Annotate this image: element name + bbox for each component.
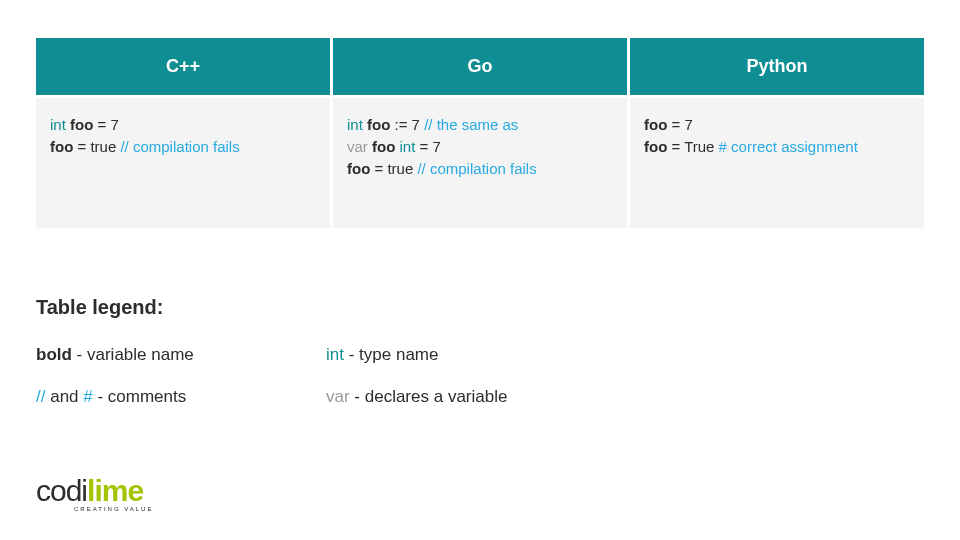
- code-line: foo = True # correct assignment: [644, 136, 910, 158]
- code-line: int foo := 7 // the same as: [347, 114, 613, 136]
- code-token: = 7: [667, 116, 692, 133]
- code-token: - type name: [344, 345, 439, 364]
- code-token: and: [45, 387, 83, 406]
- code-token: // compilation fails: [120, 138, 239, 155]
- code-token: int: [400, 138, 416, 155]
- legend-item: var - declares a variable: [326, 387, 656, 407]
- code-line: foo = true // compilation fails: [50, 136, 316, 158]
- table-column: Pythonfoo = 7foo = True # correct assign…: [630, 38, 924, 228]
- code-token: foo: [347, 160, 370, 177]
- code-token: - declares a variable: [350, 387, 508, 406]
- legend-grid: bold - variable nameint - type name// an…: [36, 345, 736, 407]
- logo-part1: codi: [36, 474, 87, 507]
- column-header: Go: [333, 38, 627, 95]
- code-token: foo: [367, 116, 390, 133]
- column-header: C++: [36, 38, 330, 95]
- code-token: // the same as: [424, 116, 518, 133]
- code-token: bold: [36, 345, 72, 364]
- logo-part2: lime: [87, 474, 143, 507]
- code-line: var foo int = 7: [347, 136, 613, 158]
- legend-item: // and # - comments: [36, 387, 326, 407]
- table-legend: Table legend: bold - variable nameint - …: [36, 296, 736, 407]
- code-token: - comments: [93, 387, 187, 406]
- code-token: = 7: [415, 138, 440, 155]
- code-line: int foo = 7: [50, 114, 316, 136]
- table-column: C++int foo = 7foo = true // compilation …: [36, 38, 330, 228]
- code-token: var: [347, 138, 372, 155]
- code-token: # correct assignment: [719, 138, 858, 155]
- code-token: = True: [667, 138, 718, 155]
- code-cell: int foo := 7 // the same asvar foo int =…: [333, 98, 627, 228]
- code-token: // compilation fails: [417, 160, 536, 177]
- code-token: int: [326, 345, 344, 364]
- logo-tagline: CREATING VALUE: [74, 506, 153, 512]
- code-token: = 7: [93, 116, 118, 133]
- code-token: - variable name: [72, 345, 194, 364]
- code-line: foo = true // compilation fails: [347, 158, 613, 180]
- code-token: int: [347, 116, 367, 133]
- code-token: var: [326, 387, 350, 406]
- legend-item: int - type name: [326, 345, 656, 365]
- code-token: foo: [372, 138, 395, 155]
- code-token: := 7: [390, 116, 424, 133]
- table-column: Goint foo := 7 // the same asvar foo int…: [333, 38, 627, 228]
- column-header: Python: [630, 38, 924, 95]
- code-cell: foo = 7foo = True # correct assignment: [630, 98, 924, 228]
- code-cell: int foo = 7foo = true // compilation fai…: [36, 98, 330, 228]
- code-token: int: [50, 116, 70, 133]
- code-line: foo = 7: [644, 114, 910, 136]
- code-token: foo: [50, 138, 73, 155]
- legend-item: bold - variable name: [36, 345, 326, 365]
- comparison-table: C++int foo = 7foo = true // compilation …: [36, 38, 924, 228]
- legend-title: Table legend:: [36, 296, 736, 319]
- code-token: foo: [644, 116, 667, 133]
- code-token: #: [83, 387, 92, 406]
- code-token: foo: [644, 138, 667, 155]
- code-token: = true: [370, 160, 417, 177]
- code-token: = true: [73, 138, 120, 155]
- codilime-logo: codilime CREATING VALUE: [36, 474, 153, 512]
- code-token: foo: [70, 116, 93, 133]
